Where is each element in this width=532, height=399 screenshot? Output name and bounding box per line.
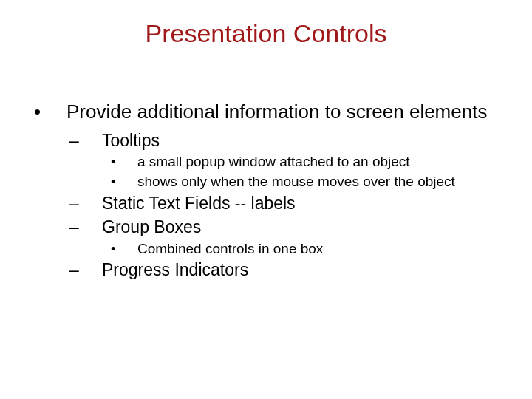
bullet-level2: –Static Text Fields -- labels (102, 193, 495, 215)
bullet-level3: •Combined controls in one box (137, 240, 495, 259)
bullet-dot-icon: • (124, 173, 137, 191)
dash-icon: – (86, 259, 102, 282)
bullet-text: shows only when the mouse moves over the… (137, 174, 455, 189)
bullet-level2: –Progress Indicators (102, 259, 495, 282)
bullet-text: Combined controls in one box (137, 241, 323, 256)
bullet-dot-icon: • (124, 240, 137, 259)
dash-icon: – (86, 193, 102, 215)
bullet-level3: •a small popup window attached to an obj… (137, 153, 495, 171)
bullet-text: a small popup window attached to an obje… (137, 154, 410, 169)
bullet-level2: –Tooltips (102, 130, 495, 152)
bullet-level3: •shows only when the mouse moves over th… (137, 173, 495, 191)
bullet-level2: –Group Boxes (102, 216, 495, 239)
bullet-text: Provide additional information to screen… (66, 100, 487, 123)
bullet-dot-icon: • (50, 100, 66, 124)
dash-icon: – (86, 216, 102, 239)
bullet-text: Progress Indicators (102, 260, 248, 279)
slide-title: Presentation Controls (37, 19, 495, 48)
bullet-text: Tooltips (102, 131, 160, 150)
dash-icon: – (86, 130, 102, 152)
bullet-level1: •Provide additional information to scree… (66, 100, 495, 124)
bullet-text: Static Text Fields -- labels (102, 194, 296, 213)
slide: Presentation Controls •Provide additiona… (0, 0, 532, 399)
bullet-dot-icon: • (124, 153, 137, 171)
bullet-text: Group Boxes (102, 217, 201, 236)
